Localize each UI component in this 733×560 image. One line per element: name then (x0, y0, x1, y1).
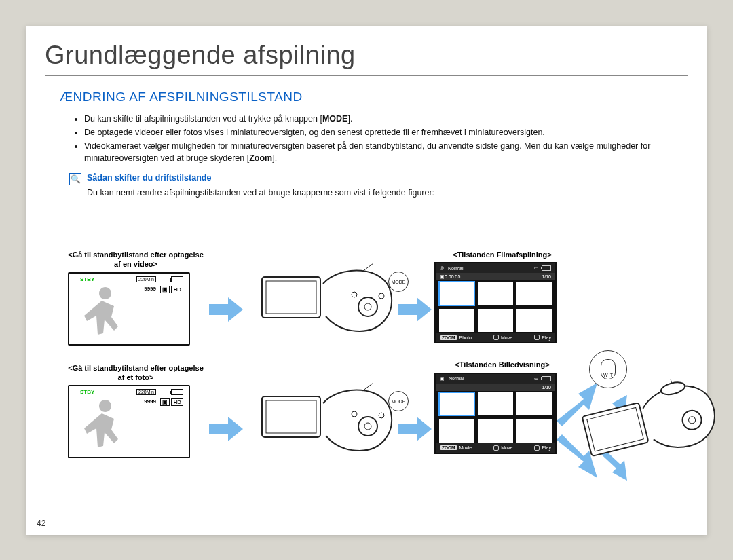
hd-badges: ▣HD (160, 398, 183, 406)
card-icon: ▭ (534, 265, 539, 271)
thumbnail (477, 392, 514, 417)
note-row: 🔍 Sådan skifter du driftstilstande (69, 173, 688, 185)
thumbnail (438, 392, 475, 417)
caption-image: <Tilstanden Billedvisning> (434, 360, 570, 369)
play-icon (534, 445, 540, 451)
diagram-area: <Gå til standbytilstand efter optagelse … (68, 250, 706, 501)
mode-callout: MODE (388, 272, 409, 292)
svg-point-2 (358, 297, 377, 316)
thumbnail (438, 418, 475, 443)
text: Du kan skifte til afspilningstilstanden … (84, 114, 322, 124)
note-body: Du kan nemt ændre afspilningstilstanden … (87, 188, 688, 198)
svg-rect-14 (582, 403, 649, 456)
svg-point-9 (358, 417, 377, 436)
mode-keyword: MODE (322, 114, 348, 124)
skater-silhouette-icon (81, 286, 129, 340)
page-number: 42 (37, 519, 45, 528)
normal-label: Normal (448, 266, 464, 271)
normal-label: Normal (449, 376, 464, 381)
mode-label: MODE (392, 399, 406, 404)
mode-icon: ◎ (440, 265, 444, 271)
thumbnail (477, 281, 514, 306)
battery-icon (542, 376, 551, 381)
zoom-pill: ZOOM (440, 335, 457, 340)
card-icon: ▭ (534, 376, 539, 381)
count-label: 9999 (144, 286, 156, 292)
camcorder-column (258, 250, 394, 463)
count-label: 9999 (144, 398, 156, 405)
thumbnail-grid (438, 281, 552, 333)
section-title: ÆNDRING AF AFSPILNINGSTILSTAND (60, 90, 688, 105)
thumbnail (516, 281, 552, 306)
lcd-film-playback: ◎ Normal ▭ ▣ 0:00:55 1/10 (434, 262, 557, 343)
thumbnail (438, 308, 475, 333)
note-title: Sådan skifter du driftstilstande (87, 173, 211, 183)
text: Videokameraet vælger muligheden for mini… (84, 141, 650, 163)
clip-icon: ▣ (440, 274, 445, 280)
mode-icon: ▣ (440, 376, 445, 381)
thumbnail (477, 418, 514, 443)
caption-standby-photo: <Gå til standbytilstand efter optagelse … (68, 363, 204, 383)
index-label: 1/10 (542, 385, 551, 390)
time-label: 0:00:55 (445, 274, 460, 279)
thumbnail (477, 308, 514, 333)
minutes-label: 220Min (136, 276, 156, 282)
botbar: ZOOMMovie Move Play (436, 443, 555, 453)
skater-silhouette-icon (81, 398, 129, 453)
thumbnail (516, 308, 552, 333)
lcd-standby-photo: STBY 220Min 9999 ▣HD (68, 385, 190, 458)
botbar: ZOOMPhoto Move Play (436, 333, 555, 342)
page-title: Grundlæggende afspilning (45, 41, 688, 76)
caption-film: <Tilstanden Filmafspilning> (434, 250, 570, 259)
thumbnail (438, 281, 475, 306)
svg-rect-7 (262, 396, 320, 437)
svg-rect-0 (262, 277, 320, 318)
stby-label: STBY (80, 389, 94, 395)
caption-standby-video: <Gå til standbytilstand efter optagelse … (68, 250, 204, 269)
thumbnail (516, 392, 552, 417)
move-label: Move (501, 445, 512, 450)
subbar: 1/10 (436, 384, 555, 391)
battery-icon (171, 276, 183, 282)
bullet-list: Du kan skifte til afspilningstilstanden … (84, 113, 688, 165)
topbar: ◎ Normal ▭ (436, 263, 555, 273)
mode-callout: MODE (388, 391, 409, 411)
text: ]. (272, 153, 277, 163)
move-icon (493, 445, 499, 451)
svg-line-19 (666, 371, 672, 384)
camcorder-illustration (258, 381, 394, 463)
hd-badges: ▣HD (160, 286, 183, 293)
lcd-standby-video: STBY 220Min 9999 ▣HD (68, 272, 190, 346)
photo-label: Photo (459, 335, 472, 340)
playback-column: <Tilstanden Filmafspilning> ◎ Normal ▭ ▣… (434, 250, 570, 470)
thumbnail (516, 418, 552, 443)
arrow-right-icon (396, 295, 434, 324)
thumbnail-grid (438, 392, 552, 443)
text: De optagede videoer eller fotos vises i … (84, 128, 545, 137)
move-label: Move (501, 335, 512, 340)
subbar: ▣ 0:00:55 1/10 (436, 273, 555, 280)
manual-page: Grundlæggende afspilning ÆNDRING AF AFSP… (26, 26, 707, 535)
svg-line-6 (362, 263, 373, 272)
mode-label: MODE (392, 280, 406, 284)
standby-column: <Gå til standbytilstand efter optagelse … (68, 250, 204, 476)
move-icon (493, 335, 499, 340)
lcd-image-playback: ▣ Normal ▭ 1/10 ZOOMMovie Move (434, 373, 557, 454)
arrow-right-icon (208, 295, 246, 324)
battery-icon (542, 265, 551, 271)
stby-label: STBY (80, 276, 94, 282)
bullet-item: Du kan skifte til afspilningstilstanden … (84, 113, 688, 125)
zoom-pill: ZOOM (440, 445, 457, 450)
arrow-right-icon (208, 414, 246, 444)
arrow-right-icon (396, 414, 434, 444)
bullet-item: De optagede videoer eller fotos vises i … (84, 126, 688, 138)
svg-line-13 (362, 383, 373, 391)
play-label: Play (542, 335, 551, 340)
zoom-w-label: W (603, 373, 608, 377)
camcorder-illustration (258, 262, 394, 343)
movie-label: Movie (459, 445, 472, 450)
minutes-label: 220Min (136, 389, 156, 395)
zoom-t-label: T (610, 373, 613, 377)
index-label: 1/10 (542, 274, 551, 279)
text: ]. (347, 114, 352, 124)
